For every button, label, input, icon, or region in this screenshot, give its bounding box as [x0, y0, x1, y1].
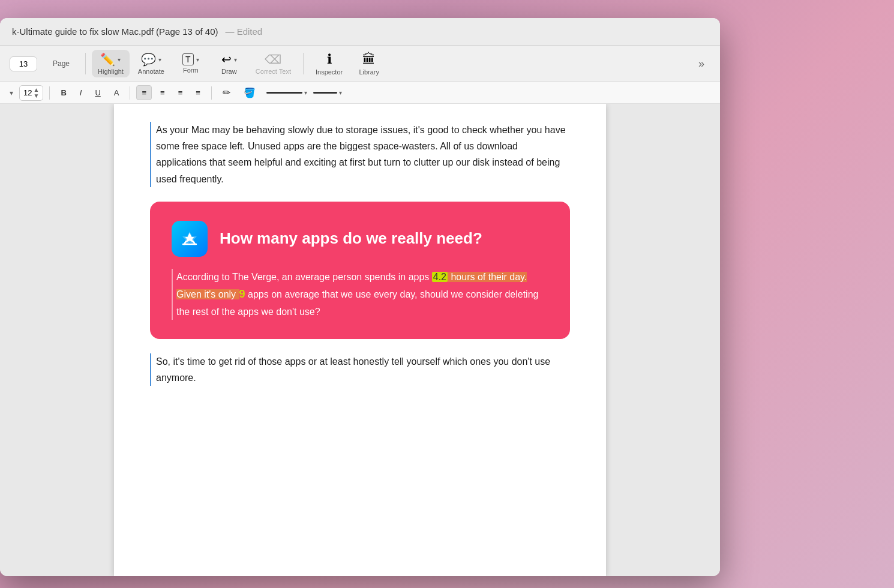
- form-icon: T: [182, 53, 194, 65]
- pdf-viewer[interactable]: As your Mac may be behaving slowly due t…: [0, 104, 720, 576]
- paragraph-1-text: As your Mac may be behaving slowly due t…: [156, 125, 566, 184]
- draw-chevron[interactable]: ▾: [234, 56, 237, 63]
- inspector-tool[interactable]: ℹ Inspector: [310, 49, 349, 78]
- annotate-tool[interactable]: 💬 ▾ Annotate: [132, 50, 170, 77]
- correct-text-icon: ⌫: [265, 52, 281, 67]
- font-size-value: 12: [23, 88, 32, 97]
- font-size-stepper[interactable]: ▲▼: [33, 87, 39, 99]
- draw-label: Draw: [221, 68, 237, 75]
- color-button[interactable]: A: [109, 86, 124, 100]
- library-label: Library: [359, 68, 379, 76]
- pen-color-button[interactable]: ✏: [218, 85, 235, 101]
- fmt-sep-1: [49, 86, 50, 100]
- body-paragraph-2: So, it's time to get rid of those apps o…: [150, 353, 570, 386]
- bold-button[interactable]: B: [56, 86, 71, 100]
- main-toolbar: Page ✏️ ▾ Highlight 💬 ▾ Annotate T ▾: [0, 46, 720, 82]
- highlight-42: 4.2: [432, 272, 448, 282]
- app-store-icon: [172, 221, 208, 257]
- highlight-icon: ✏️: [100, 52, 115, 67]
- highlight-chevron[interactable]: ▾: [118, 56, 121, 63]
- draw-tool[interactable]: ↩ ▾ Draw: [211, 50, 247, 77]
- library-icon: 🏛: [362, 52, 376, 67]
- edited-label: — Edited: [226, 26, 263, 37]
- library-tool[interactable]: 🏛 Library: [351, 49, 387, 78]
- align-justify-button[interactable]: ≡: [191, 86, 205, 100]
- fmt-sep-3: [211, 86, 212, 100]
- draw-icon: ↩: [221, 52, 232, 67]
- page-tool[interactable]: Page: [43, 57, 79, 70]
- line-style-preview: [266, 92, 302, 94]
- correct-text-label: Correct Text: [256, 68, 291, 75]
- inspector-icon: ℹ: [327, 52, 332, 67]
- font-size-control[interactable]: 12 ▲▼: [19, 85, 43, 101]
- card-body-text-1: According to The Verge, an average perso…: [176, 272, 432, 282]
- fill-color-button[interactable]: 🪣: [239, 85, 260, 101]
- body-paragraph-1: As your Mac may be behaving slowly due t…: [150, 122, 570, 187]
- correct-text-tool[interactable]: ⌫ Correct Text: [250, 50, 297, 77]
- form-chevron[interactable]: ▾: [196, 56, 199, 63]
- main-window: k-Ultimate guide to fix slow Mac.pdf (Pa…: [0, 18, 720, 576]
- line-style-chevron[interactable]: ▾: [304, 89, 307, 96]
- more-button[interactable]: »: [692, 54, 710, 74]
- page-label: Page: [53, 59, 70, 68]
- annotate-icon: 💬: [141, 52, 156, 67]
- document-title: k-Ultimate guide to fix slow Mac.pdf (Pa…: [12, 26, 218, 37]
- expand-icon[interactable]: ▾: [10, 89, 13, 97]
- form-tool[interactable]: T ▾ Form: [173, 51, 209, 76]
- align-right-button[interactable]: ≡: [173, 86, 188, 100]
- underline-button[interactable]: U: [90, 86, 105, 100]
- card-header: How many apps do we really need?: [172, 221, 548, 257]
- annotate-chevron[interactable]: ▾: [158, 56, 161, 63]
- align-left-icon: ≡: [142, 88, 146, 97]
- align-right-icon: ≡: [178, 88, 183, 97]
- highlight-9: 9: [239, 288, 245, 300]
- formatting-bar: ▾ 12 ▲▼ B I U A ≡ ≡ ≡ ≡ ✏ 🪣 ▾: [0, 82, 720, 104]
- pdf-page: As your Mac may be behaving slowly due t…: [114, 104, 606, 576]
- align-justify-icon: ≡: [196, 88, 200, 97]
- highlight-tool[interactable]: ✏️ ▾ Highlight: [92, 50, 130, 77]
- align-left-button[interactable]: ≡: [136, 85, 152, 100]
- line-thickness-preview: [313, 92, 337, 94]
- fmt-sep-2: [130, 86, 130, 100]
- italic-button[interactable]: I: [75, 86, 87, 100]
- paragraph-2-text: So, it's time to get rid of those apps o…: [156, 356, 550, 383]
- separator-2: [303, 53, 304, 74]
- form-label: Form: [183, 67, 199, 74]
- line-thickness-chevron[interactable]: ▾: [339, 89, 342, 96]
- title-bar: k-Ultimate guide to fix slow Mac.pdf (Pa…: [0, 18, 720, 46]
- annotate-label: Annotate: [138, 68, 164, 75]
- page-number-input[interactable]: [10, 56, 37, 71]
- align-center-icon: ≡: [160, 88, 165, 97]
- inspector-label: Inspector: [316, 68, 343, 76]
- pink-card: How many apps do we really need? Accordi…: [150, 202, 570, 339]
- card-body: According to The Verge, an average perso…: [172, 269, 548, 320]
- highlight-label: Highlight: [98, 68, 124, 75]
- separator-1: [85, 53, 86, 74]
- main-content-area: As your Mac may be behaving slowly due t…: [0, 104, 720, 576]
- align-center-button[interactable]: ≡: [155, 86, 170, 100]
- card-title: How many apps do we really need?: [220, 229, 482, 249]
